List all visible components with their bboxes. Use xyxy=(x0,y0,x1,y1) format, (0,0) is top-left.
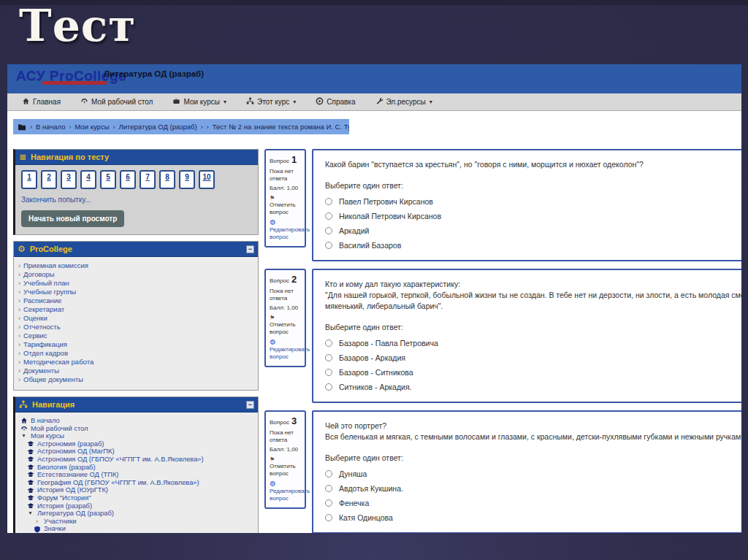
breadcrumb-item[interactable]: Тест № 2 на знание текста романа И. С. Т… xyxy=(213,123,349,131)
procollege-link[interactable]: Секретариат xyxy=(23,305,64,313)
question-number-box[interactable]: 9 xyxy=(179,170,195,189)
procollege-link[interactable]: Расписание xyxy=(23,296,61,304)
answer-option[interactable]: Дуняша xyxy=(325,469,741,478)
radio-button-icon[interactable] xyxy=(325,383,332,391)
procollege-link[interactable]: Отчетность xyxy=(23,323,61,331)
answer-option-label: Ситников - Аркадия. xyxy=(339,383,411,391)
procollege-link[interactable]: Общие документы xyxy=(23,375,83,383)
breadcrumb-separator-icon: › xyxy=(201,123,203,131)
answer-option[interactable]: Павел Петрович Кирсанов xyxy=(325,197,741,206)
start-new-preview-button[interactable]: Начать новый просмотр xyxy=(21,210,124,227)
menu-item-wrench[interactable]: Эл.ресурсы▾ xyxy=(375,97,432,107)
question-number-box[interactable]: 3 xyxy=(61,170,77,189)
breadcrumb: ›В начало›Мои курсы›Литература ОД (разра… xyxy=(13,119,349,134)
procollege-link[interactable]: Тарификация xyxy=(23,340,67,348)
procollege-link[interactable]: Сервис xyxy=(23,331,47,340)
question-number-box[interactable]: 1 xyxy=(21,170,37,189)
radio-button-icon[interactable] xyxy=(325,354,332,361)
nav-tree-link[interactable]: Биология (разраб) xyxy=(37,464,96,472)
cap-icon xyxy=(26,494,34,502)
nav-tree-link[interactable]: Мои курсы xyxy=(31,432,64,440)
nav-tree-link[interactable]: Форум "История" xyxy=(37,494,91,502)
radio-button-icon[interactable] xyxy=(325,227,332,234)
nav-tree-link[interactable]: Астрономия (разраб) xyxy=(37,440,104,448)
nav-tree-link[interactable]: Естествознание ОД (ТПК) xyxy=(37,471,118,479)
menu-item-help[interactable]: Справка xyxy=(316,97,355,107)
radio-button-icon[interactable] xyxy=(325,514,332,521)
question-number-box[interactable]: 2 xyxy=(41,170,57,189)
menu-item-briefcase[interactable]: Мои курсы▾ xyxy=(172,97,226,107)
question-content-box: Какой барин "вступается за крестьян", но… xyxy=(312,149,741,261)
flag-question-link[interactable]: ⚑ Отметить вопрос xyxy=(270,456,301,477)
procollege-link[interactable]: Документы xyxy=(23,367,59,375)
nav-tree-link[interactable]: Литература ОД (разраб) xyxy=(37,510,114,518)
question-number-box[interactable]: 8 xyxy=(159,170,175,189)
menu-item-dashboard[interactable]: Мой рабочий стол xyxy=(80,97,153,107)
nav-tree-link[interactable]: География ОД (ГБПОУ «ЧГПГТ им. А.В.Яковл… xyxy=(37,479,199,487)
breadcrumb-item[interactable]: Мои курсы xyxy=(75,123,109,131)
procollege-link[interactable]: Учебные группы xyxy=(23,288,76,296)
menu-help-icon xyxy=(316,97,324,107)
questions-column: Вопрос1Пока нет ответаБалл: 1,00⚑ Отмети… xyxy=(264,149,741,533)
breadcrumb-item[interactable]: Литература ОД (разраб) xyxy=(119,123,197,131)
procollege-link[interactable]: Учебный план xyxy=(23,279,69,287)
chevron-right-icon: › xyxy=(18,315,20,323)
radio-button-icon[interactable] xyxy=(325,485,332,492)
procollege-link[interactable]: Оценки xyxy=(23,314,47,322)
answer-option[interactable]: Николай Петрович Кирсанов xyxy=(325,212,741,220)
question-number-box[interactable]: 10 xyxy=(199,170,215,189)
procollege-link[interactable]: Приемная комиссия xyxy=(23,261,88,269)
radio-button-icon[interactable] xyxy=(325,369,332,376)
nav-tree-link[interactable]: Мой рабочий стол xyxy=(31,425,88,433)
answer-option[interactable]: Базаров - Ситникова xyxy=(325,368,741,377)
list-item: ›Отдел кадров xyxy=(18,349,253,358)
answer-option[interactable]: Фенечка xyxy=(325,499,741,507)
radio-button-icon[interactable] xyxy=(325,242,332,249)
question-number-box[interactable]: 5 xyxy=(100,170,116,189)
menu-item-home[interactable]: Главная xyxy=(22,97,61,107)
question-number: Вопрос2 xyxy=(270,274,301,285)
radio-button-icon[interactable] xyxy=(325,340,332,347)
finish-attempt-link[interactable]: Закончить попытку... xyxy=(21,196,91,204)
nav-tree-link[interactable]: История (разраб) xyxy=(37,502,92,510)
radio-button-icon[interactable] xyxy=(325,499,332,507)
list-item: ›Оценки xyxy=(18,314,253,323)
edit-question-link[interactable]: Редактировать вопрос xyxy=(270,226,301,240)
nav-tree-link[interactable]: Участники xyxy=(44,518,76,526)
collapse-icon[interactable]: − xyxy=(246,245,254,253)
question-number-box[interactable]: 6 xyxy=(120,170,136,189)
procollege-link[interactable]: Методическая работа xyxy=(23,358,94,366)
answer-option[interactable]: Ситников - Аркадия. xyxy=(325,383,741,391)
nav-tree-link[interactable]: Астрономия ОД (ГБПОУ «ЧГПГТ им. А.В.Яков… xyxy=(37,456,204,464)
menu-item-sitemap[interactable]: Этот курс▾ xyxy=(246,97,296,107)
question-number-box[interactable]: 7 xyxy=(140,170,156,189)
home-icon xyxy=(20,417,28,424)
nav-tree-link[interactable]: В начало xyxy=(31,417,60,425)
breadcrumb-item[interactable]: В начало xyxy=(36,123,65,131)
nav-tree-link[interactable]: Астрономия ОД (МагПК) xyxy=(37,448,115,456)
flag-question-link[interactable]: ⚑ Отметить вопрос xyxy=(270,195,301,216)
radio-button-icon[interactable] xyxy=(325,212,332,220)
answer-option[interactable]: Василий Базаров xyxy=(325,241,741,250)
answer-option-label: Аркадий xyxy=(339,226,369,235)
answer-option[interactable]: Базаров - Аркадия xyxy=(325,353,741,362)
nav-tree-link[interactable]: Значки xyxy=(44,525,66,533)
collapse-icon[interactable]: − xyxy=(246,401,254,409)
flag-question-link[interactable]: ⚑ Отметить вопрос xyxy=(270,315,301,336)
radio-button-icon[interactable] xyxy=(325,198,332,205)
answer-option[interactable]: Базаров - Павла Петровича xyxy=(325,339,741,348)
flag-icon: ⚑ xyxy=(270,315,275,321)
edit-question-link[interactable]: Редактировать вопрос xyxy=(270,346,301,360)
edit-question-link[interactable]: Редактировать вопрос xyxy=(270,488,301,502)
radio-button-icon[interactable] xyxy=(325,470,332,477)
answer-option[interactable]: Аркадий xyxy=(325,226,741,235)
question-text: мякенький, либеральный барич". xyxy=(325,301,741,312)
procollege-link[interactable]: Договоры xyxy=(23,270,55,278)
procollege-link[interactable]: Отдел кадров xyxy=(23,349,68,357)
answer-option[interactable]: Катя Одинцова xyxy=(325,513,741,522)
slide-title: Тест xyxy=(19,0,137,51)
answer-option[interactable]: Авдотья Кукшина. xyxy=(325,484,741,493)
question-number-box[interactable]: 4 xyxy=(80,170,96,189)
nav-tree-link[interactable]: История ОД (ЮУрГТК) xyxy=(37,486,108,494)
choose-answer-label: Выберите один ответ: xyxy=(325,453,741,464)
